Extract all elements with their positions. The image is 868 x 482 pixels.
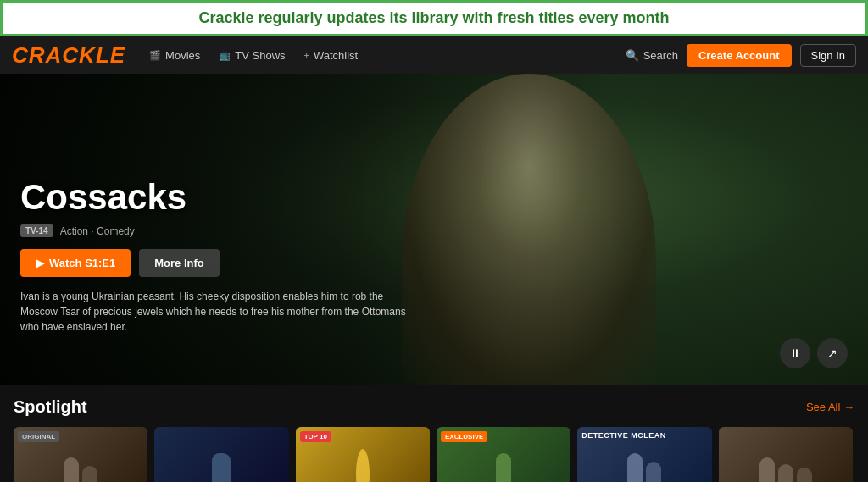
thumbnail-6[interactable] bbox=[719, 427, 853, 482]
thumb-people-3 bbox=[296, 450, 430, 482]
media-controls: ⏸ ↗ bbox=[780, 338, 848, 368]
pause-icon: ⏸ bbox=[789, 346, 801, 360]
spotlight-header: Spotlight See All → bbox=[14, 397, 854, 417]
thumb-people-1 bbox=[14, 450, 147, 482]
movies-icon: 🎬 bbox=[149, 50, 161, 61]
hero-description: Ivan is a young Ukrainian peasant. His c… bbox=[20, 289, 410, 335]
rating-badge: TV-14 bbox=[20, 224, 53, 237]
header: CRACKLE 🎬 Movies 📺 TV Shows + Watchlist … bbox=[0, 36, 868, 74]
search-button[interactable]: 🔍 Search bbox=[626, 49, 678, 62]
thumb-people-6 bbox=[719, 450, 853, 482]
site-logo[interactable]: CRACKLE bbox=[12, 42, 125, 69]
badge-original: ORIGINAL bbox=[18, 431, 59, 442]
main-nav: 🎬 Movies 📺 TV Shows + Watchlist bbox=[149, 49, 626, 62]
thumb-people-4 bbox=[437, 450, 570, 482]
play-icon: ▶ bbox=[36, 257, 44, 269]
hero-badges: TV-14 Action · Comedy bbox=[20, 224, 410, 237]
plus-icon: + bbox=[304, 50, 309, 60]
top-banner: Crackle regularly updates its library wi… bbox=[0, 0, 868, 36]
thumbnail-5[interactable]: DETECTIVE McLEAN bbox=[577, 427, 711, 482]
search-icon: 🔍 bbox=[626, 49, 639, 62]
tv-icon: 📺 bbox=[219, 50, 231, 61]
thumbnail-1[interactable]: ORIGINAL bbox=[14, 427, 147, 482]
thumbnail-4[interactable]: EXCLUSIVE bbox=[437, 427, 570, 482]
share-button[interactable]: ↗ bbox=[817, 338, 848, 368]
thumb-5-title: DETECTIVE McLEAN bbox=[581, 431, 666, 440]
nav-watchlist-label: Watchlist bbox=[314, 49, 358, 62]
thumbnails-row: ORIGINAL TOP 10 EXCLUSIVE bbox=[14, 427, 854, 482]
hero-content: Cossacks TV-14 Action · Comedy ▶ Watch S… bbox=[20, 177, 410, 335]
header-actions: 🔍 Search Create Account Sign In bbox=[626, 44, 856, 67]
more-info-button[interactable]: More Info bbox=[139, 249, 220, 277]
hero-section: Cossacks TV-14 Action · Comedy ▶ Watch S… bbox=[0, 74, 868, 385]
nav-movies-label: Movies bbox=[165, 49, 200, 62]
badge-top10: TOP 10 bbox=[300, 431, 331, 442]
watch-button[interactable]: ▶ Watch S1:E1 bbox=[20, 249, 131, 277]
badge-exclusive: EXCLUSIVE bbox=[441, 431, 487, 442]
nav-watchlist[interactable]: + Watchlist bbox=[304, 49, 359, 62]
see-all-link[interactable]: See All → bbox=[806, 401, 854, 413]
nav-movies[interactable]: 🎬 Movies bbox=[149, 49, 200, 62]
genre-text: Action · Comedy bbox=[60, 225, 135, 237]
search-label: Search bbox=[643, 49, 678, 62]
spotlight-section: Spotlight See All → ORIGINAL TOP 10 bbox=[0, 385, 868, 482]
nav-tv-shows[interactable]: 📺 TV Shows bbox=[219, 49, 285, 62]
thumb-people-2 bbox=[154, 450, 288, 482]
hero-buttons: ▶ Watch S1:E1 More Info bbox=[20, 249, 410, 277]
spotlight-title: Spotlight bbox=[14, 397, 87, 417]
thumb-people-5 bbox=[577, 450, 711, 482]
sign-in-button[interactable]: Sign In bbox=[800, 44, 856, 67]
hero-title: Cossacks bbox=[20, 177, 410, 218]
watch-label: Watch S1:E1 bbox=[49, 257, 115, 269]
banner-text: Crackle regularly updates its library wi… bbox=[198, 9, 669, 26]
nav-tv-label: TV Shows bbox=[235, 49, 285, 62]
thumbnail-2[interactable] bbox=[154, 427, 288, 482]
thumbnail-3[interactable]: TOP 10 bbox=[296, 427, 430, 482]
share-icon: ↗ bbox=[827, 346, 837, 360]
create-account-button[interactable]: Create Account bbox=[687, 44, 792, 67]
pause-button[interactable]: ⏸ bbox=[780, 338, 810, 368]
